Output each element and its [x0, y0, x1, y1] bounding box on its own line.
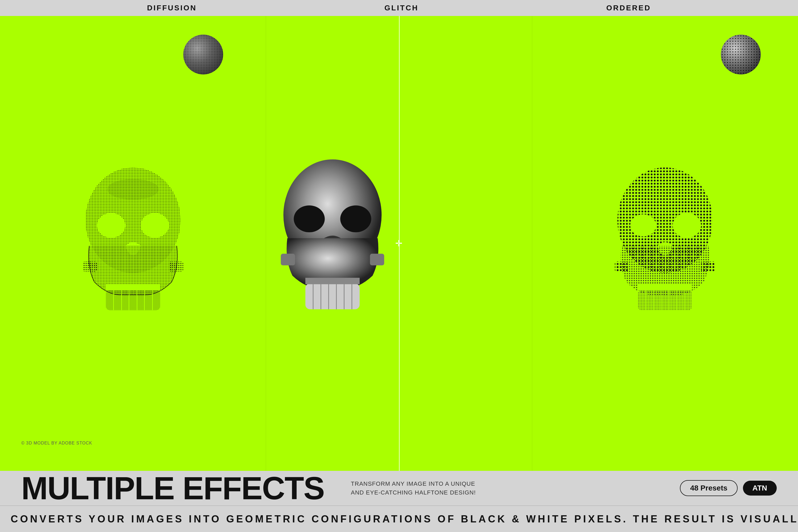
top-header: DIFFUSION GLITCH ORDERED	[0, 0, 798, 16]
header-label-diffusion: DIFFUSION	[147, 4, 197, 12]
diffusion-skull-container	[0, 16, 266, 471]
main-title: MULTIPLE EFFECTS	[21, 472, 324, 504]
skull-glitch-left-svg	[266, 153, 399, 334]
svg-rect-14	[106, 285, 160, 290]
svg-rect-30	[370, 254, 384, 265]
svg-rect-59	[615, 262, 629, 272]
svg-point-17	[107, 179, 159, 200]
column-ordered	[532, 16, 798, 471]
badge-presets: 48 Presets	[680, 480, 737, 496]
header-label-ordered: ORDERED	[606, 4, 651, 12]
main-display: ✛	[0, 16, 798, 471]
description-text: TRANSFORM ANY IMAGE INTO A UNIQUE AND EY…	[335, 479, 669, 497]
svg-point-50	[673, 213, 701, 238]
svg-rect-28	[305, 278, 360, 284]
ordered-skull-container	[532, 16, 798, 471]
svg-rect-15	[83, 262, 97, 272]
column-diffusion	[0, 16, 266, 471]
svg-rect-51	[638, 290, 692, 310]
sphere-string-left	[203, 75, 204, 96]
sphere-ordered	[721, 35, 761, 75]
header-label-glitch: GLITCH	[384, 4, 418, 12]
svg-rect-29	[281, 254, 295, 265]
column-glitch: ✛	[266, 16, 532, 471]
svg-point-5	[97, 213, 125, 238]
badges-area: 48 Presets ATN	[680, 480, 777, 496]
copyright-text: © 3D MODEL BY ADOBE STOCK	[21, 441, 92, 445]
ticker-bar: CONVERTS YOUR IMAGES INTO GEOMETRIC CONF…	[0, 506, 798, 532]
svg-point-19	[294, 205, 325, 232]
svg-point-20	[340, 205, 371, 232]
skull-ordered-svg	[598, 164, 732, 323]
svg-point-49	[630, 214, 656, 236]
sphere-string-right	[741, 75, 741, 98]
svg-point-6	[141, 213, 169, 238]
glitch-left-half	[266, 16, 399, 471]
svg-rect-60	[701, 262, 715, 272]
skull-diffusion-svg	[66, 164, 200, 323]
svg-rect-16	[169, 262, 183, 272]
svg-rect-58	[638, 285, 692, 290]
glitch-cursor: ✛	[395, 238, 402, 248]
bottom-info-bar: © 3D MODEL BY ADOBE STOCK MULTIPLE EFFEC…	[0, 471, 798, 506]
sphere-diffusion	[183, 35, 223, 75]
glitch-right-half	[399, 16, 532, 471]
badge-atn: ATN	[743, 481, 777, 496]
ticker-text: CONVERTS YOUR IMAGES INTO GEOMETRIC CONF…	[0, 513, 798, 525]
